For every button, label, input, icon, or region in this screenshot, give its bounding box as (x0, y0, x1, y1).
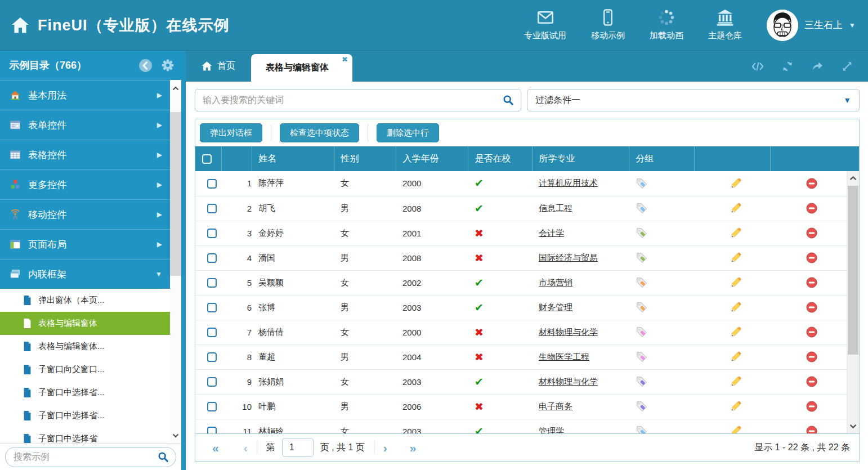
table-row[interactable]: 2胡飞男2008✔信息工程 (195, 196, 847, 221)
sidebar-subitem[interactable]: 子窗口中选择省... (0, 381, 170, 404)
tag-icon[interactable] (636, 227, 648, 239)
first-page-button[interactable]: « (212, 442, 219, 454)
major-link[interactable]: 财务管理 (539, 302, 572, 312)
major-link[interactable]: 市场营销 (539, 277, 572, 287)
delete-icon[interactable] (806, 203, 817, 214)
row-checkbox[interactable] (207, 402, 217, 411)
toolbar-button-check[interactable]: 检查选中项状态 (280, 123, 359, 142)
tag-icon[interactable] (636, 326, 648, 338)
open-in-new-icon[interactable] (811, 61, 824, 72)
major-link[interactable]: 信息工程 (539, 203, 572, 213)
row-checkbox[interactable] (207, 352, 217, 362)
table-row[interactable]: 1陈萍萍女2000✔计算机应用技术 (195, 171, 847, 196)
major-link[interactable]: 计算机应用技术 (539, 178, 598, 187)
keyword-search-input[interactable] (195, 95, 503, 105)
next-page-button[interactable]: › (383, 442, 387, 454)
table-row[interactable]: 3金婷婷女2001✖会计学 (195, 221, 847, 245)
tag-icon[interactable] (636, 425, 648, 433)
sidebar-subitem[interactable]: 子窗口中选择省... (0, 404, 170, 427)
tab-active[interactable]: 表格与编辑窗体 ✖ (251, 54, 352, 82)
major-link[interactable]: 生物医学工程 (539, 352, 589, 361)
row-checkbox[interactable] (207, 253, 217, 263)
delete-icon[interactable] (806, 326, 817, 338)
page-number-input[interactable] (282, 438, 314, 457)
table-row[interactable]: 9张娟娟女2003✔材料物理与化学 (195, 369, 847, 394)
sidebar-group-basic[interactable]: 基本用法 ▶ (0, 80, 170, 110)
delete-icon[interactable] (806, 302, 817, 313)
header-action-theme[interactable]: 主题仓库 (708, 9, 742, 41)
tag-icon[interactable] (636, 177, 648, 190)
expand-icon[interactable] (841, 61, 853, 72)
row-checkbox[interactable] (207, 229, 217, 238)
table-row[interactable]: 11林娟玲女2003✔管理学 (195, 419, 847, 433)
delete-icon[interactable] (806, 401, 817, 412)
row-checkbox[interactable] (207, 328, 217, 337)
edit-icon[interactable] (730, 178, 741, 189)
tag-icon[interactable] (636, 252, 648, 264)
major-link[interactable]: 材料物理与化学 (539, 327, 598, 337)
chevron-down-icon[interactable] (849, 424, 857, 429)
row-checkbox[interactable] (207, 303, 217, 312)
delete-icon[interactable] (806, 376, 817, 387)
header-action-trial[interactable]: 专业版试用 (524, 9, 566, 41)
delete-icon[interactable] (806, 227, 817, 239)
tag-icon[interactable] (636, 400, 648, 413)
edit-icon[interactable] (730, 252, 741, 263)
toolbar-button-delete[interactable]: 删除选中行 (377, 123, 439, 142)
sidebar-group-mobile[interactable]: 移动控件 ▶ (0, 199, 170, 229)
table-row[interactable]: 8董超男2004✖生物医学工程 (195, 344, 847, 369)
select-all-checkbox[interactable] (202, 154, 212, 164)
table-scrollbar[interactable] (847, 171, 859, 433)
toolbar-button-dialog[interactable]: 弹出对话框 (200, 123, 262, 142)
row-checkbox[interactable] (207, 427, 217, 433)
sidebar-group-iframe[interactable]: 内联框架 ▼ (0, 259, 170, 289)
delete-icon[interactable] (806, 426, 817, 433)
edit-icon[interactable] (730, 376, 741, 387)
tag-icon[interactable] (636, 202, 648, 214)
sidebar-scrollbar-thumb[interactable] (170, 276, 181, 443)
sidebar-subitem[interactable]: 子窗口向父窗口... (0, 358, 170, 381)
tag-icon[interactable] (636, 351, 648, 363)
major-link[interactable]: 电子商务 (539, 401, 572, 411)
filter-dropdown[interactable]: 过滤条件一 ▼ (527, 89, 860, 111)
table-scrollbar-thumb[interactable] (848, 186, 858, 355)
sidebar-group-form[interactable]: 表单控件 ▶ (0, 110, 170, 140)
edit-icon[interactable] (730, 302, 741, 313)
tag-icon[interactable] (636, 276, 648, 289)
major-link[interactable]: 材料物理与化学 (539, 377, 598, 386)
edit-icon[interactable] (730, 401, 741, 412)
collapse-sidebar-icon[interactable] (138, 59, 153, 73)
major-link[interactable]: 国际经济与贸易 (539, 253, 598, 262)
prev-page-button[interactable]: ‹ (244, 442, 248, 454)
sidebar-scroll-up-button[interactable] (170, 80, 181, 112)
table-row[interactable]: 5吴颖颖女2002✔市场营销 (195, 270, 847, 295)
edit-icon[interactable] (730, 351, 741, 362)
tab-home[interactable]: 首页 (186, 51, 251, 82)
search-icon[interactable] (158, 451, 169, 463)
sidebar-group-more[interactable]: 更多控件 ▶ (0, 169, 170, 199)
sidebar-subitem[interactable]: 子窗口中选择省 (0, 427, 170, 443)
sidebar-group-grid[interactable]: 表格控件 ▶ (0, 140, 170, 169)
table-row[interactable]: 10叶鹏男2006✖电子商务 (195, 394, 847, 419)
major-link[interactable]: 管理学 (539, 426, 564, 434)
delete-icon[interactable] (806, 277, 817, 288)
tag-icon[interactable] (636, 375, 648, 388)
chevron-down-icon[interactable] (172, 433, 179, 438)
user-menu[interactable]: 三生石上 ▼ (767, 10, 856, 41)
edit-icon[interactable] (730, 203, 741, 214)
edit-icon[interactable] (730, 426, 741, 433)
delete-icon[interactable] (806, 351, 817, 362)
row-checkbox[interactable] (207, 179, 217, 189)
major-link[interactable]: 会计学 (539, 228, 564, 238)
table-row[interactable]: 7杨倩倩女2000✖材料物理与化学 (195, 320, 847, 344)
search-icon[interactable] (503, 95, 514, 106)
chevron-up-icon[interactable] (849, 176, 857, 181)
sidebar-scrollbar[interactable] (170, 80, 181, 443)
header-action-loading[interactable]: 加载动画 (650, 9, 683, 41)
last-page-button[interactable]: » (410, 442, 417, 454)
delete-icon[interactable] (806, 178, 817, 189)
edit-icon[interactable] (730, 326, 741, 338)
row-checkbox[interactable] (207, 278, 217, 288)
edit-icon[interactable] (730, 277, 741, 288)
sidebar-subitem[interactable]: 弹出窗体（本页... (0, 289, 170, 312)
